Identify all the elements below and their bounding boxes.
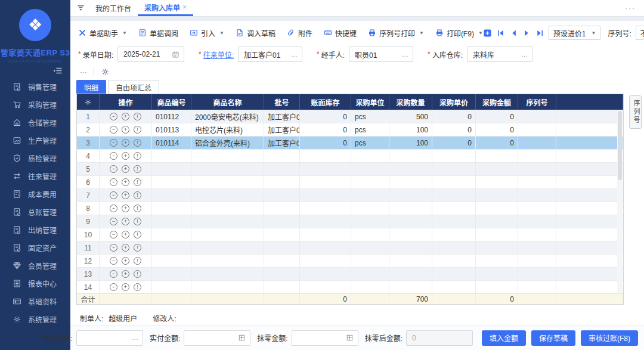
cell-unit[interactable]: pcs — [351, 110, 389, 123]
row-info-icon[interactable]: ! — [134, 152, 141, 160]
cell-amount[interactable] — [476, 176, 518, 188]
add-row-icon[interactable]: + — [122, 270, 129, 278]
cell-code[interactable] — [152, 268, 191, 280]
new-copy-button[interactable] — [483, 29, 492, 38]
cell-stock[interactable] — [300, 268, 351, 280]
cell-stock[interactable] — [300, 176, 351, 188]
cell-name[interactable] — [191, 268, 264, 280]
lookup-ellipsis-icon[interactable]: … — [402, 51, 408, 58]
cell-stock[interactable] — [300, 281, 351, 293]
cell-batch[interactable] — [264, 163, 300, 175]
toolbar-import-button[interactable]: 引入▼ — [190, 28, 224, 38]
cell-price[interactable] — [432, 228, 476, 241]
toolbar-load-draft-button[interactable]: 调入草稿 — [236, 28, 275, 38]
cell-amount[interactable]: 0 — [476, 123, 518, 136]
row-info-icon[interactable]: ! — [134, 205, 141, 212]
cell-batch[interactable] — [264, 255, 300, 267]
table-row[interactable]: 8−+! — [77, 202, 623, 215]
cell-code[interactable] — [152, 176, 191, 188]
cell-stock[interactable] — [300, 163, 351, 175]
cell-unit[interactable] — [351, 268, 389, 280]
cell-serial[interactable] — [518, 150, 556, 162]
table-row[interactable]: 2−+!010113电控芯片(来料)加工客户010pcs10000 — [77, 123, 623, 136]
calculator-grid-icon[interactable] — [346, 334, 354, 342]
cell-stock[interactable] — [300, 241, 351, 254]
cell-stock[interactable] — [300, 189, 351, 202]
add-row-icon[interactable]: + — [122, 178, 129, 186]
cell-price[interactable]: 0 — [432, 123, 476, 136]
cell-batch[interactable] — [264, 281, 300, 293]
sidebar-item-sales[interactable]: 销售管理 — [0, 78, 70, 95]
cell-qty[interactable] — [389, 241, 432, 254]
price-preset-select[interactable]: 预设进价1▼ — [549, 26, 601, 40]
remove-row-icon[interactable]: − — [110, 283, 117, 291]
sidebar-item-contacts[interactable]: 往来管理 — [0, 167, 70, 185]
cell-code[interactable] — [152, 255, 191, 267]
cell-name[interactable] — [191, 215, 264, 228]
sidebar-item-reports[interactable]: 报表中心 — [0, 274, 70, 292]
sidebar-item-fixed-assets[interactable]: 固定资产 — [0, 239, 70, 256]
cell-batch[interactable] — [264, 202, 300, 215]
tab-my-workspace[interactable]: 我的工作台 — [89, 0, 138, 16]
handler-input[interactable] — [354, 49, 400, 59]
cell-batch[interactable] — [264, 215, 300, 228]
sidebar-item-basedata[interactable]: 基础资料 — [0, 292, 70, 310]
column-settings-gear-icon[interactable] — [84, 98, 92, 106]
lookup-ellipsis-icon[interactable]: … — [291, 51, 298, 58]
remove-row-icon[interactable]: − — [110, 191, 117, 199]
sidebar-item-purchase[interactable]: 采购管理 — [0, 95, 70, 113]
cell-unit[interactable] — [351, 189, 389, 202]
table-row[interactable]: 9−+! — [77, 215, 623, 228]
partner-input[interactable] — [243, 49, 289, 59]
cell-batch[interactable] — [264, 176, 300, 188]
sidebar-item-cost[interactable]: 成本费用 — [0, 185, 70, 203]
cell-unit[interactable] — [351, 150, 389, 162]
cell-stock[interactable] — [300, 228, 351, 241]
cell-serial[interactable] — [518, 163, 556, 175]
cell-code[interactable]: 010114 — [152, 137, 191, 149]
table-row[interactable]: 1−+!0101122000毫安电芯(来料)加工客户010pcs50000 — [77, 110, 623, 123]
toolbar-serial-print-button[interactable]: 序列号打印▼ — [368, 28, 424, 38]
cell-price[interactable] — [432, 202, 476, 215]
cell-qty[interactable] — [389, 268, 432, 280]
cell-batch[interactable]: 加工客户01 — [264, 110, 300, 123]
row-info-icon[interactable]: ! — [134, 126, 141, 134]
cell-code[interactable]: 010113 — [152, 123, 191, 136]
cell-code[interactable] — [152, 150, 191, 162]
table-row[interactable]: 13−+! — [77, 267, 623, 280]
cell-price[interactable] — [432, 281, 476, 293]
cell-stock[interactable] — [300, 255, 351, 267]
cell-amount[interactable] — [476, 150, 518, 162]
cell-stock[interactable]: 0 — [300, 137, 351, 149]
remove-row-icon[interactable]: − — [110, 139, 117, 147]
cell-name[interactable] — [191, 228, 264, 241]
paid-amount-input[interactable] — [188, 333, 233, 343]
order-date-input[interactable] — [122, 49, 169, 59]
cell-code[interactable] — [152, 228, 191, 241]
serial-print-select[interactable]: 不打印▼ — [636, 26, 644, 40]
cell-name[interactable]: 电控芯片(来料) — [191, 123, 264, 136]
cell-price[interactable]: 0 — [432, 110, 476, 123]
cell-name[interactable] — [191, 176, 264, 188]
table-row[interactable]: 5−+! — [77, 162, 623, 175]
cell-amount[interactable] — [476, 228, 518, 241]
cell-qty[interactable]: 500 — [389, 110, 432, 123]
table-scrollbar[interactable] — [617, 110, 623, 293]
cell-code[interactable] — [152, 241, 191, 254]
cell-qty[interactable] — [389, 163, 432, 175]
cell-batch[interactable] — [264, 228, 300, 241]
cell-amount[interactable] — [476, 215, 518, 228]
cell-amount[interactable] — [476, 202, 518, 215]
cell-qty[interactable] — [389, 255, 432, 267]
sidebar-item-quality[interactable]: 质检管理 — [0, 149, 70, 167]
row-info-icon[interactable]: ! — [134, 178, 141, 186]
remove-row-icon[interactable]: − — [110, 113, 117, 120]
add-row-icon[interactable]: + — [122, 165, 129, 173]
cell-name[interactable] — [191, 150, 264, 162]
nav-first-button[interactable] — [496, 29, 505, 38]
cell-code[interactable] — [152, 215, 191, 228]
cell-batch[interactable] — [264, 241, 300, 254]
cell-qty[interactable] — [389, 215, 432, 228]
add-row-icon[interactable]: + — [122, 191, 129, 199]
sidebar-item-warehouse[interactable]: 仓储管理 — [0, 113, 70, 131]
